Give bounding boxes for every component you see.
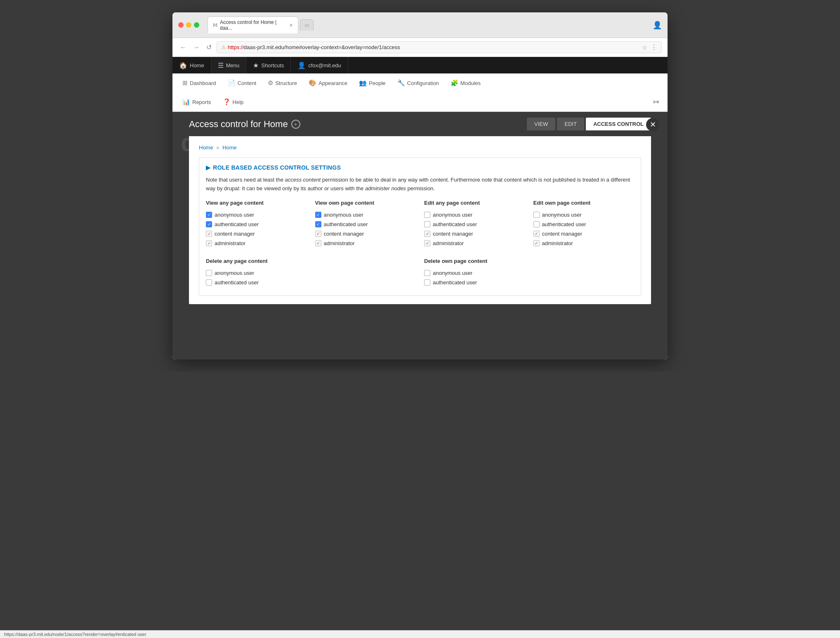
checkbox-view-own-content-mgr[interactable]: ✓ [315, 231, 321, 237]
checkbox-edit-own-anonymous[interactable] [533, 212, 540, 218]
tab-close-icon[interactable]: ✕ [289, 23, 293, 28]
checkbox-view-any-content-mgr[interactable]: ✓ [206, 231, 212, 237]
menu-icon: ☰ [218, 61, 224, 69]
checkbox-view-own-admin[interactable]: ✓ [315, 240, 321, 246]
checkbox-edit-own-admin[interactable]: ✓ [533, 240, 540, 246]
checkbox-view-own-authenticated[interactable]: ✓ [315, 221, 321, 227]
modal-header: Access control for Home + VIEW EDIT ACCE… [181, 112, 659, 136]
nav-people[interactable]: 👥 People [353, 73, 391, 92]
star-icon: ★ [253, 61, 259, 69]
checkbox-edit-any-anonymous[interactable] [424, 212, 430, 218]
nav-appearance-label: Appearance [319, 80, 347, 86]
admin-home-label: Home [190, 62, 204, 69]
checkbox-edit-own-authenticated[interactable] [533, 221, 540, 227]
add-shortcut-icon[interactable]: + [291, 120, 300, 129]
modal-overlay: Access control for Home + VIEW EDIT ACCE… [181, 112, 659, 304]
modal-close-button[interactable]: ✕ [646, 118, 659, 131]
bookmark-icon[interactable]: ☆ [642, 44, 647, 51]
nav-content-label: Content [238, 80, 257, 86]
nav-dashboard[interactable]: ⊞ Dashboard [177, 73, 222, 92]
dashboard-icon: ⊞ [182, 79, 188, 87]
reports-icon: 📊 [182, 98, 190, 106]
list-item: ✓ content manager [315, 231, 416, 237]
help-icon: ❓ [223, 98, 231, 106]
modules-icon: 🧩 [451, 79, 458, 87]
nav-reports[interactable]: 📊 Reports [177, 92, 217, 111]
list-item: ✓ content manager [206, 231, 307, 237]
minimize-button[interactable] [186, 22, 191, 28]
url-path: /home#overlay-context=&overlay=node/1/ac… [284, 44, 400, 50]
admin-user-label: cfox@mit.edu [308, 62, 341, 69]
tab-icon: 𝕄 [213, 23, 217, 28]
permission-col-6: Delete own page content anonymous user a… [424, 258, 634, 289]
active-tab[interactable]: 𝕄 Access control for Home | daa... ✕ [208, 17, 298, 33]
permission-col-1: View any page content ✓ anonymous user ✓… [206, 200, 307, 250]
breadcrumb-home2[interactable]: Home [222, 144, 237, 151]
reload-button[interactable]: ↺ [205, 43, 213, 52]
breadcrumb: Home » Home [199, 144, 641, 151]
traffic-lights [178, 22, 199, 28]
browser-menu-icon[interactable]: ⋮ [651, 43, 657, 51]
nav-modules[interactable]: 🧩 Modules [445, 73, 486, 92]
admin-shortcuts-label: Shortcuts [261, 62, 284, 69]
admin-shortcuts-item[interactable]: ★ Shortcuts [246, 57, 291, 73]
nav-dashboard-label: Dashboard [190, 80, 216, 86]
admin-user-item[interactable]: 👤 cfox@mit.edu [291, 57, 348, 73]
admin-menu-item[interactable]: ☰ Menu [211, 57, 247, 73]
col4-header: Edit own page content [533, 200, 635, 208]
address-bar-container: ← → ↺ ⚠ https://daas-pr3.mit.edu/home#ov… [172, 38, 668, 57]
permission-col-4: Edit own page content anonymous user aut… [533, 200, 635, 250]
checkbox-view-any-anonymous[interactable]: ✓ [206, 212, 212, 218]
url-bar[interactable]: ⚠ https://daas-pr3.mit.edu/home#overlay-… [217, 41, 662, 53]
list-item: authenticated user [424, 279, 634, 286]
breadcrumb-separator: » [216, 144, 219, 151]
checkbox-delete-any-authenticated[interactable] [206, 279, 212, 286]
admin-home-item[interactable]: 🏠 Home [172, 57, 211, 73]
list-item: anonymous user [424, 212, 525, 218]
modal-body: ✕ Home » Home ▶ ROLE BASED ACCESS CONTRO… [189, 136, 651, 304]
nav-help-label: Help [233, 99, 244, 105]
rbac-note: Note that users need at least the access… [206, 176, 634, 193]
forward-button[interactable]: → [191, 43, 201, 52]
rbac-title[interactable]: ▶ ROLE BASED ACCESS CONTROL SETTINGS [206, 164, 634, 171]
checkbox-delete-any-anonymous[interactable] [206, 270, 212, 276]
drupal-admin-bar: 🏠 Home ☰ Menu ★ Shortcuts 👤 cfox@mit.edu [172, 57, 668, 73]
back-button[interactable]: ← [178, 43, 188, 52]
checkbox-delete-own-anonymous[interactable] [424, 270, 430, 276]
nav-collapse-button[interactable]: ↦ [649, 92, 663, 111]
list-item: ✓ content manager [533, 231, 635, 237]
rbac-arrow-icon: ▶ [206, 164, 210, 171]
checkbox-edit-own-content-mgr[interactable]: ✓ [533, 231, 540, 237]
home-icon: 🏠 [179, 61, 187, 69]
checkbox-view-own-anonymous[interactable]: ✓ [315, 212, 321, 218]
list-item: ✓ administrator [424, 240, 525, 246]
rbac-title-text: ROLE BASED ACCESS CONTROL SETTINGS [213, 164, 341, 171]
close-button[interactable] [178, 22, 184, 28]
tab-edit[interactable]: EDIT [557, 118, 584, 130]
tab-access-control[interactable]: ACCESS CONTROL [586, 118, 651, 130]
nav-configuration[interactable]: 🔧 Configuration [392, 73, 445, 92]
list-item: authenticated user [206, 279, 416, 286]
url-text: https://daas-pr3.mit.edu/home#overlay-co… [228, 44, 400, 50]
nav-content[interactable]: 📄 Content [222, 73, 262, 92]
checkbox-delete-own-authenticated[interactable] [424, 279, 430, 286]
nav-structure[interactable]: ⚙ Structure [262, 73, 303, 92]
list-item: anonymous user [424, 270, 634, 276]
inactive-tab[interactable]: ▭ [300, 19, 314, 31]
user-profile-icon[interactable]: 👤 [653, 21, 662, 30]
breadcrumb-home1[interactable]: Home [199, 144, 213, 151]
list-item: anonymous user [533, 212, 635, 218]
nav-reports-label: Reports [192, 99, 211, 105]
nav-appearance[interactable]: 🎨 Appearance [303, 73, 353, 92]
checkbox-edit-any-authenticated[interactable] [424, 221, 430, 227]
checkbox-view-any-admin[interactable]: ✓ [206, 240, 212, 246]
checkbox-edit-any-content-mgr[interactable]: ✓ [424, 231, 430, 237]
list-item: authenticated user [533, 221, 635, 227]
nav-help[interactable]: ❓ Help [217, 92, 250, 111]
checkbox-view-any-authenticated[interactable]: ✓ [206, 221, 212, 227]
maximize-button[interactable] [194, 22, 199, 28]
permission-col-3: Edit any page content anonymous user aut… [424, 200, 525, 250]
checkbox-edit-any-admin[interactable]: ✓ [424, 240, 430, 246]
configuration-icon: 🔧 [397, 79, 405, 87]
tab-view[interactable]: VIEW [527, 118, 555, 130]
